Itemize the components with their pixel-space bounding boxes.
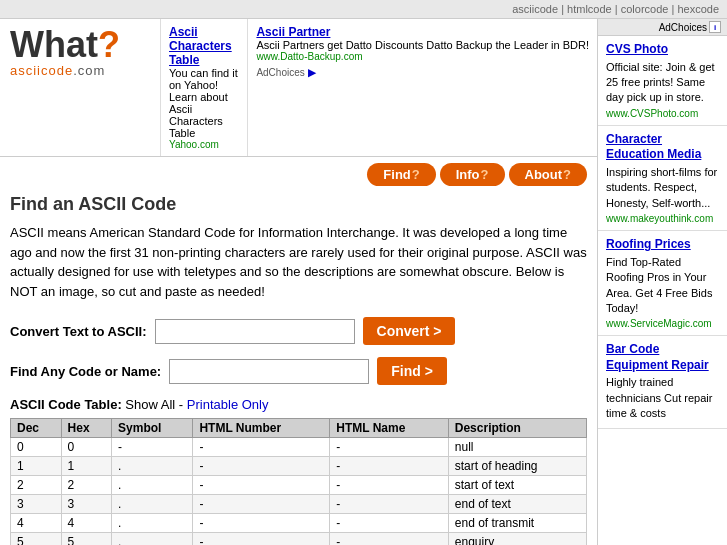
table-show-all: Show All bbox=[125, 397, 175, 412]
sidebar-block-text-cvs-photo: Official site: Join & get 25 free prints… bbox=[606, 60, 719, 106]
cell-symbol: . bbox=[112, 457, 193, 476]
convert-input[interactable] bbox=[155, 319, 355, 344]
cell-html_number: - bbox=[193, 457, 330, 476]
col-symbol: Symbol bbox=[112, 419, 193, 438]
sidebar-block-bar-code-equipment-repair: Bar Code Equipment RepairHighly trained … bbox=[598, 336, 727, 428]
table-header: ASCII Code Table: Show All - Printable O… bbox=[10, 397, 587, 412]
tab-find-label: Find bbox=[383, 167, 410, 182]
cell-symbol: . bbox=[112, 495, 193, 514]
header-ad-right-title[interactable]: Ascii Partner bbox=[256, 25, 589, 39]
logo-domain[interactable]: asciicode.com bbox=[10, 63, 150, 78]
header-ad-right-url[interactable]: www.Datto-Backup.com bbox=[256, 51, 589, 62]
convert-label: Convert Text to ASCII: bbox=[10, 324, 147, 339]
sidebar-ad-choices[interactable]: AdChoices i bbox=[598, 19, 727, 36]
nav-link-colorcode[interactable]: colorcode bbox=[621, 3, 669, 15]
cell-symbol: - bbox=[112, 438, 193, 457]
cell-html_number: - bbox=[193, 514, 330, 533]
cell-description: end of text bbox=[448, 495, 586, 514]
logo-area: What? asciicode.com bbox=[0, 19, 160, 156]
sidebar-block-text-bar-code-equipment-repair: Highly trained technicians Cut repair ti… bbox=[606, 375, 719, 421]
cell-description: start of heading bbox=[448, 457, 586, 476]
logo-question: ? bbox=[98, 24, 120, 65]
tab-info-label: Info bbox=[456, 167, 480, 182]
sidebar-block-text-character-education-media: Inspiring short-films for students. Resp… bbox=[606, 165, 719, 211]
col-dec: Dec bbox=[11, 419, 62, 438]
cell-symbol: . bbox=[112, 476, 193, 495]
table-row: 44.--end of transmit bbox=[11, 514, 587, 533]
tab-find-q: ? bbox=[412, 167, 420, 182]
description-text: ASCII means American Standard Code for I… bbox=[0, 219, 597, 311]
ascii-table: Dec Hex Symbol HTML Number HTML Name Des… bbox=[10, 418, 587, 545]
sidebar-block-title-roofing-prices[interactable]: Roofing Prices bbox=[606, 237, 719, 253]
find-button[interactable]: Find > bbox=[377, 357, 447, 385]
col-description: Description bbox=[448, 419, 586, 438]
cell-dec: 3 bbox=[11, 495, 62, 514]
cell-dec: 1 bbox=[11, 457, 62, 476]
tab-find[interactable]: Find? bbox=[367, 163, 435, 186]
table-row: 11.--start of heading bbox=[11, 457, 587, 476]
table-row: 55.--enquiry bbox=[11, 533, 587, 546]
nav-link-htmlcode[interactable]: htmlcode bbox=[567, 3, 612, 15]
tab-info[interactable]: Info? bbox=[440, 163, 505, 186]
col-html-number: HTML Number bbox=[193, 419, 330, 438]
cell-hex: 1 bbox=[61, 457, 112, 476]
cell-dec: 0 bbox=[11, 438, 62, 457]
header-ad-right-text: Ascii Partners get Datto Discounts Datto… bbox=[256, 39, 589, 51]
cell-dec: 2 bbox=[11, 476, 62, 495]
logo-what-text: What bbox=[10, 24, 98, 65]
header-ad-left-title[interactable]: Ascii Characters Table bbox=[169, 25, 239, 67]
sidebar-block-url-roofing-prices[interactable]: www.ServiceMagic.com bbox=[606, 318, 719, 329]
cell-html_name: - bbox=[330, 533, 449, 546]
logo-what[interactable]: What? bbox=[10, 27, 150, 63]
cell-html_number: - bbox=[193, 476, 330, 495]
sidebar-block-title-character-education-media[interactable]: Character Education Media bbox=[606, 132, 719, 163]
sidebar-block-title-bar-code-equipment-repair[interactable]: Bar Code Equipment Repair bbox=[606, 342, 719, 373]
convert-button[interactable]: Convert > bbox=[363, 317, 456, 345]
header-ads: Ascii Characters Table You can find it o… bbox=[160, 19, 247, 156]
cell-html_name: - bbox=[330, 514, 449, 533]
cell-hex: 5 bbox=[61, 533, 112, 546]
page-title: Find an ASCII Code bbox=[0, 186, 597, 219]
logo-dotcom: .com bbox=[73, 63, 105, 78]
ascii-table-body: 00---null11.--start of heading22.--start… bbox=[11, 438, 587, 546]
find-input[interactable] bbox=[169, 359, 369, 384]
table-printable-link[interactable]: Printable Only bbox=[187, 397, 269, 412]
cell-symbol: . bbox=[112, 533, 193, 546]
cell-dec: 4 bbox=[11, 514, 62, 533]
cell-description: end of transmit bbox=[448, 514, 586, 533]
col-hex: Hex bbox=[61, 419, 112, 438]
sidebar-blocks: CVS PhotoOfficial site: Join & get 25 fr… bbox=[598, 36, 727, 429]
sidebar-block-title-cvs-photo[interactable]: CVS Photo bbox=[606, 42, 719, 58]
sidebar: AdChoices i CVS PhotoOfficial site: Join… bbox=[597, 19, 727, 545]
cell-hex: 0 bbox=[61, 438, 112, 457]
col-html-name: HTML Name bbox=[330, 419, 449, 438]
sidebar-block-url-character-education-media[interactable]: www.makeyouthink.com bbox=[606, 213, 719, 224]
nav-link-hexcode[interactable]: hexcode bbox=[677, 3, 719, 15]
nav-link-asciicode[interactable]: asciicode bbox=[512, 3, 558, 15]
table-row: 33.--end of text bbox=[11, 495, 587, 514]
cell-html_name: - bbox=[330, 457, 449, 476]
logo-domain-text: asciicode bbox=[10, 63, 73, 78]
header-ad-choices[interactable]: AdChoices ▶ bbox=[256, 66, 589, 78]
cell-html_name: - bbox=[330, 495, 449, 514]
cell-dec: 5 bbox=[11, 533, 62, 546]
header-ad-left-url[interactable]: Yahoo.com bbox=[169, 139, 239, 150]
cell-hex: 4 bbox=[61, 514, 112, 533]
cell-description: enquiry bbox=[448, 533, 586, 546]
main-layout: What? asciicode.com Ascii Characters Tab… bbox=[0, 19, 727, 545]
cell-symbol: . bbox=[112, 514, 193, 533]
convert-form: Convert Text to ASCII: Convert > bbox=[0, 311, 597, 351]
cell-description: null bbox=[448, 438, 586, 457]
cell-html_number: - bbox=[193, 495, 330, 514]
header-ad-left-text: You can find it on Yahoo! Learn about As… bbox=[169, 67, 239, 139]
cell-hex: 2 bbox=[61, 476, 112, 495]
table-row: 00---null bbox=[11, 438, 587, 457]
sidebar-block-text-roofing-prices: Find Top-Rated Roofing Pros in Your Area… bbox=[606, 255, 719, 317]
sidebar-block-cvs-photo: CVS PhotoOfficial site: Join & get 25 fr… bbox=[598, 36, 727, 126]
sidebar-block-url-cvs-photo[interactable]: www.CVSPhoto.com bbox=[606, 108, 719, 119]
find-form: Find Any Code or Name: Find > bbox=[0, 351, 597, 391]
table-row: 22.--start of text bbox=[11, 476, 587, 495]
tab-info-q: ? bbox=[481, 167, 489, 182]
cell-description: start of text bbox=[448, 476, 586, 495]
tab-about[interactable]: About? bbox=[509, 163, 588, 186]
